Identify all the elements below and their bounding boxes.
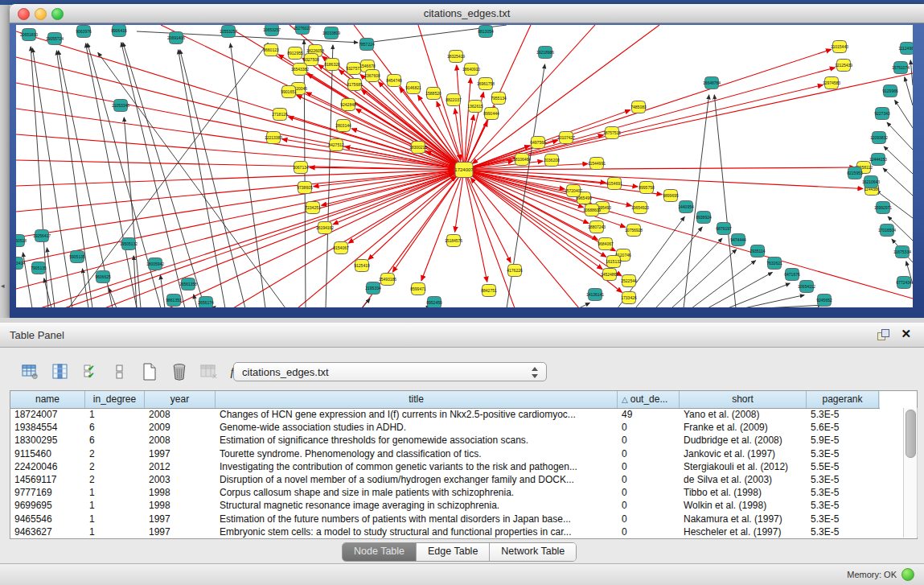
table-row[interactable]: 946362711997Embryonic stem cells: a mode… [10, 525, 880, 538]
column-header-pagerank[interactable]: pagerank [807, 391, 879, 408]
table-cell[interactable]: 2003 [145, 473, 216, 486]
table-settings-icon[interactable]: ⚙ [19, 360, 42, 383]
table-cell[interactable]: 5.3E-5 [807, 473, 879, 486]
table-cell[interactable]: 1997 [145, 447, 216, 460]
table-cell[interactable]: Embryonic stem cells: a model to study s… [216, 525, 618, 538]
table-cell[interactable]: Jankovic et al. (1997) [680, 447, 807, 460]
citation-edge[interactable] [887, 122, 913, 150]
table-row[interactable]: 946554611997Estimation of the future num… [10, 513, 880, 525]
citation-edge[interactable] [124, 117, 141, 307]
table-cell[interactable]: 0 [618, 486, 680, 499]
table-cell[interactable]: 1 [85, 486, 145, 499]
column-header-year[interactable]: year [145, 391, 216, 408]
citation-edge[interactable] [579, 303, 589, 307]
table-cell[interactable]: 9699695 [10, 499, 85, 512]
citation-edge[interactable] [464, 49, 832, 170]
citation-edge[interactable] [47, 248, 55, 307]
show-columns-icon[interactable] [49, 360, 72, 383]
citation-edge[interactable] [16, 170, 464, 212]
table-cell[interactable]: de Silva et al. (2003) [680, 473, 807, 486]
table-cell[interactable]: 18724007 [10, 408, 85, 421]
table-cell[interactable]: 0 [618, 525, 680, 538]
table-cell[interactable]: 9777169 [10, 486, 85, 499]
table-cell[interactable]: 5.3E-5 [807, 525, 879, 538]
citation-edge[interactable] [764, 305, 822, 307]
table-cell[interactable]: Franke et al. (2009) [680, 421, 807, 434]
citation-edge[interactable] [714, 95, 736, 307]
network-canvas[interactable]: 1830021586601238912955182260589327508818… [16, 25, 913, 307]
table-cell[interactable]: 5.3E-5 [807, 486, 879, 499]
table-cell[interactable]: Yano et al. (2008) [680, 408, 807, 421]
table-cell[interactable]: Dudbridge et al. (2008) [680, 434, 807, 447]
table-row[interactable]: 2242004622012Investigating the contribut… [10, 460, 880, 473]
table-cell[interactable]: 1 [85, 513, 145, 525]
float-panel-icon[interactable] [877, 329, 889, 340]
table-cell[interactable]: 19384554 [10, 421, 85, 434]
column-header-short[interactable]: short [680, 391, 807, 408]
table-cell[interactable]: 9465546 [10, 513, 85, 525]
table-cell[interactable]: 0 [618, 499, 680, 512]
table-cell[interactable]: 2008 [145, 408, 216, 421]
table-cell[interactable]: 1 [85, 525, 145, 538]
new-table-icon[interactable] [138, 360, 161, 383]
column-header-title[interactable]: title [216, 391, 618, 408]
citation-edge[interactable] [464, 73, 913, 170]
table-row[interactable]: 1938455462009Genome-wide association stu… [10, 421, 880, 434]
tab-edge-table[interactable]: Edge Table [417, 543, 490, 561]
citation-edge[interactable] [464, 170, 913, 299]
citation-edge[interactable] [464, 167, 855, 170]
table-cell[interactable]: Nakamura et al. (1997) [680, 513, 807, 525]
column-header-in_degree[interactable]: in_degree [85, 391, 145, 408]
table-cell[interactable]: 0 [618, 460, 680, 473]
citation-edge[interactable] [883, 168, 913, 196]
collapse-arrow-icon[interactable]: ◂ [1, 282, 5, 290]
citation-edge[interactable] [464, 115, 474, 170]
citation-edge[interactable] [16, 170, 464, 289]
citation-edge[interactable] [464, 170, 487, 282]
table-cell[interactable]: Genome-wide association studies in ADHD. [216, 421, 618, 434]
table-cell[interactable]: 2 [85, 473, 145, 486]
citation-edge[interactable] [895, 101, 913, 128]
citation-edge[interactable] [98, 52, 285, 307]
citation-edge[interactable] [233, 170, 464, 307]
table-cell[interactable]: Tourette syndrome. Phenomenology and cla… [216, 447, 618, 460]
table-cell[interactable]: Tibbo et al. (1998) [680, 486, 807, 499]
table-cell[interactable]: Hescheler et al. (1997) [680, 525, 807, 538]
table-cell[interactable]: 1 [85, 499, 145, 512]
table-cell[interactable]: 0 [618, 513, 680, 525]
table-cell[interactable]: 18300295 [10, 434, 85, 447]
citation-edge[interactable] [455, 109, 464, 170]
citation-edge[interactable] [194, 295, 197, 307]
citation-edge[interactable] [728, 283, 790, 307]
table-select-dropdown[interactable]: citations_edges.txt [233, 362, 547, 381]
citation-edge[interactable] [302, 58, 464, 170]
table-cell[interactable]: 6 [85, 434, 145, 447]
table-cell[interactable]: 1997 [145, 513, 216, 525]
citation-edge[interactable] [230, 43, 265, 307]
table-cell[interactable]: 1997 [145, 525, 216, 538]
table-cell[interactable]: 14569117 [10, 473, 85, 486]
row-height-icon[interactable] [109, 360, 131, 383]
citation-edge[interactable] [905, 77, 913, 105]
table-cell[interactable]: 6 [85, 421, 145, 434]
table-cell[interactable]: 22420046 [10, 460, 85, 473]
citation-edge[interactable] [180, 50, 245, 307]
table-cell[interactable]: 9115460 [10, 447, 85, 460]
delete-table-icon[interactable] [168, 360, 191, 383]
citation-edge[interactable] [455, 170, 464, 232]
citation-edge[interactable] [16, 170, 464, 237]
tab-network-table[interactable]: Network Table [490, 543, 576, 561]
table-cell[interactable]: Estimation of significance thresholds fo… [216, 434, 618, 447]
table-cell[interactable]: Structural magnetic resonance image aver… [216, 499, 618, 512]
scrollbar-thumb[interactable] [906, 410, 916, 458]
citation-edge[interactable] [884, 146, 913, 174]
table-cell[interactable]: Changes of HCN gene expression and I(f) … [216, 408, 618, 421]
table-cell[interactable]: 5.6E-5 [807, 421, 879, 434]
import-table-icon[interactable]: ✕ [198, 360, 220, 383]
table-cell[interactable]: Corpus callosum shape and size in male p… [216, 486, 618, 499]
table-row[interactable]: 1872400712008Changes of HCN gene express… [10, 408, 880, 421]
table-cell[interactable]: 0 [618, 473, 680, 486]
table-cell[interactable]: 2 [85, 460, 145, 473]
table-cell[interactable]: 0 [618, 421, 680, 434]
close-panel-icon[interactable]: ✕ [901, 327, 911, 341]
